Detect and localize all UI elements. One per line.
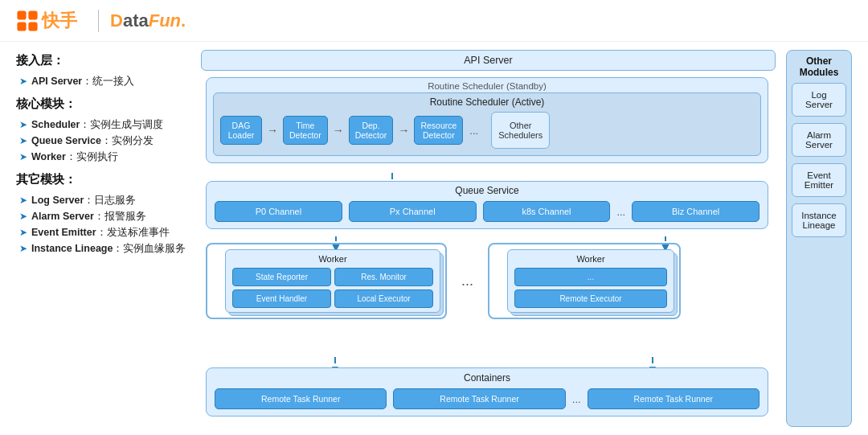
bullet-queue-service: ➤ Queue Service：实例分发 <box>16 134 193 148</box>
logo-kuaishou: 快手 <box>16 9 77 33</box>
workers-area: Worker Group Worker State Reporter Res. … <box>206 243 768 319</box>
containers-label: Containers <box>215 372 760 384</box>
worker-card-1: Worker State Reporter Res. Monitor Event… <box>225 249 440 313</box>
logo-divider <box>98 10 99 32</box>
routine-scheduler-standby: Routine Scheduler (Standby) Routine Sche… <box>206 77 768 163</box>
bullet-alarm-server: ➤ Alarm Server：报警服务 <box>16 210 193 224</box>
remote-executor: Remote Executor <box>514 289 667 308</box>
bullet-arrow-7: ➤ <box>19 227 27 238</box>
bullet-arrow-6: ➤ <box>19 211 27 222</box>
other-modules-panel: Other Modules Log Server Alarm Server Ev… <box>786 50 852 427</box>
bullet-event-emitter: ➤ Event Emitter：发送标准事件 <box>16 226 193 240</box>
qs-label: Queue Service <box>215 185 760 196</box>
svg-rect-3 <box>28 22 37 31</box>
logo-datafun: DataFun. <box>110 10 186 31</box>
bullet-api-server: ➤ API Server：统一接入 <box>16 75 193 88</box>
worker-1-label: Worker <box>232 254 433 264</box>
kuaishou-icon <box>16 10 39 32</box>
other-schedulers-box: Other Schedulers <box>491 112 550 149</box>
worker-card-1-wrapper: Worker State Reporter Res. Monitor Event… <box>225 249 440 313</box>
worker-card-2-wrapper: Worker ... Remote Executor <box>507 249 674 313</box>
rs-dots: ... <box>469 125 478 137</box>
dep-detector-box: Dep. Detector <box>349 116 394 145</box>
containers-dots: ... <box>572 393 581 405</box>
other-modules-title: Other Modules <box>800 55 839 78</box>
event-emitter-box: Event Emitter <box>792 163 846 197</box>
bullet-arrow-2: ➤ <box>19 119 27 130</box>
dag-loader-box: DAG Loader <box>220 116 262 145</box>
worker-dots-middle: ... <box>457 273 478 289</box>
local-executor: Local Executor <box>334 289 433 308</box>
bullet-arrow-8: ➤ <box>19 243 27 254</box>
bullet-log-server: ➤ Log Server：日志服务 <box>16 194 193 207</box>
event-handler: Event Handler <box>232 289 331 308</box>
time-detector-box: Time Detector <box>283 116 328 145</box>
containers-inner: Remote Task Runner Remote Task Runner ..… <box>215 388 760 409</box>
svg-rect-0 <box>17 10 26 19</box>
container-3: Remote Task Runner <box>588 388 760 409</box>
queue-service-area: Queue Service P0 Channel Px Channel k8s … <box>206 181 768 229</box>
diagram-area: API Server Routine Scheduler (Standby) R… <box>201 50 852 427</box>
section1-title: 接入层： <box>16 53 193 68</box>
rs-active-inner: DAG Loader → Time Detector → Dep. Detect… <box>220 112 754 149</box>
header: 快手 DataFun. <box>0 0 868 42</box>
diagram-outer: API Server Routine Scheduler (Standby) R… <box>201 50 852 427</box>
px-channel: Px Channel <box>349 201 477 222</box>
state-reporter: State Reporter <box>232 268 331 286</box>
section2-title: 核心模块： <box>16 96 193 112</box>
worker-card-2: Worker ... Remote Executor <box>507 249 674 313</box>
worker-2-label: Worker <box>514 254 667 264</box>
api-server-label: API Server <box>464 55 512 66</box>
bullet-worker: ➤ Worker：实例执行 <box>16 150 193 164</box>
biz-channel: Biz Channel <box>632 201 760 222</box>
left-panel: 接入层： ➤ API Server：统一接入 核心模块： ➤ Scheduler… <box>16 50 201 427</box>
instance-lineage-box: Instance Lineage <box>792 203 846 237</box>
worker-group-1: Worker Group Worker State Reporter Res. … <box>206 243 447 319</box>
qs-inner: P0 Channel Px Channel k8s Channel ... Bi… <box>215 201 760 222</box>
section3-title: 其它模块： <box>16 172 193 187</box>
resource-detector-box: Resource Detector <box>414 116 463 145</box>
arrow-3: → <box>398 124 409 137</box>
worker-1-grid: State Reporter Res. Monitor Event Handle… <box>232 268 433 308</box>
container-1: Remote Task Runner <box>215 388 387 409</box>
bullet-scheduler: ➤ Scheduler：实例生成与调度 <box>16 118 193 132</box>
bullet-arrow-3: ➤ <box>19 135 27 146</box>
alarm-server-box: Alarm Server <box>792 123 846 157</box>
routine-scheduler-active: Routine Scheduler (Active) DAG Loader → … <box>213 92 761 156</box>
res-monitor: Res. Monitor <box>334 268 433 286</box>
kuaishou-text: 快手 <box>42 9 77 33</box>
qs-dots: ... <box>616 206 625 218</box>
bullet-arrow-4: ➤ <box>19 151 27 162</box>
rs-standby-label: Routine Scheduler (Standby) <box>213 81 761 91</box>
rs-active-label: Routine Scheduler (Active) <box>220 96 754 108</box>
worker-2-inner: ... Remote Executor <box>514 268 667 308</box>
worker-group-2: Worker Group Worker ... Remote Executor <box>488 243 681 319</box>
log-server-box: Log Server <box>792 83 846 117</box>
arrow-2: → <box>333 124 344 137</box>
main-content: 接入层： ➤ API Server：统一接入 核心模块： ➤ Scheduler… <box>0 42 868 435</box>
k8s-channel: k8s Channel <box>483 201 611 222</box>
svg-rect-1 <box>28 10 37 19</box>
svg-rect-2 <box>17 22 26 31</box>
container-2: Remote Task Runner <box>393 388 565 409</box>
api-server-bar: API Server <box>201 50 776 71</box>
containers-area: Containers Remote Task Runner Remote Tas… <box>206 367 768 417</box>
p0-channel: P0 Channel <box>215 201 342 222</box>
bullet-arrow-1: ➤ <box>19 76 27 87</box>
bullet-arrow-5: ➤ <box>19 195 27 206</box>
arrow-1: → <box>267 124 278 137</box>
bullet-instance-lineage: ➤ Instance Lineage：实例血缘服务 <box>16 242 193 256</box>
worker2-dots: ... <box>514 268 667 286</box>
